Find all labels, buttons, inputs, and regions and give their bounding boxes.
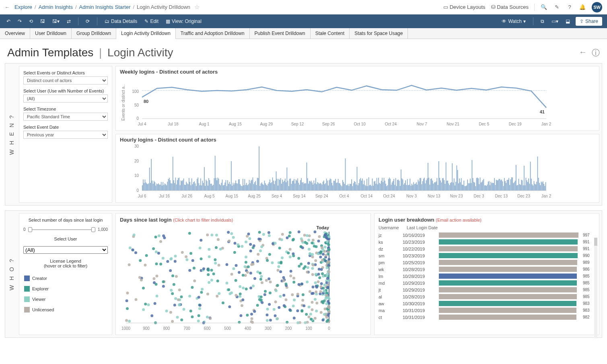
crumb-starter[interactable]: Admin Insights Starter <box>79 4 131 10</box>
edit-button[interactable]: ✎ Edit <box>143 18 160 25</box>
svg-rect-226 <box>325 183 326 191</box>
help-icon[interactable]: ? <box>566 4 573 10</box>
svg-point-742 <box>226 282 228 284</box>
breakdown-row[interactable]: ma10/31/2019983 <box>379 307 595 314</box>
watch-button[interactable]: 👁 Watch ▾ <box>500 18 527 25</box>
svg-rect-123 <box>233 183 234 191</box>
svg-rect-409 <box>490 185 490 191</box>
device-layouts-button[interactable]: ▭ Device Layouts <box>443 4 486 10</box>
legend-viewer[interactable]: Viewer <box>23 294 108 304</box>
undo-button[interactable]: ↶ <box>5 18 12 25</box>
search-icon[interactable]: 🔍 <box>540 4 547 10</box>
svg-rect-267 <box>362 179 363 191</box>
filter-user-select[interactable]: (All) <box>23 95 108 103</box>
filter-events-select[interactable]: Distinct count of actors <box>23 76 108 84</box>
hourly-bar-chart[interactable]: 0102030Jul 6Jul 16Jul 26Aug 5Aug 15Aug 2… <box>120 144 554 201</box>
filter-date-select[interactable]: Previous year <box>23 131 108 139</box>
connect-icon[interactable]: ⇄ <box>65 18 72 25</box>
svg-rect-147 <box>254 182 255 191</box>
tab-login-activity-drilldown[interactable]: Login Activity Drilldown <box>116 28 176 39</box>
legend-creator[interactable]: Creator <box>23 273 108 284</box>
page-title: Admin Templates | Login Activity <box>7 46 173 59</box>
svg-text:Nov 23: Nov 23 <box>450 194 463 198</box>
svg-rect-86 <box>200 185 200 191</box>
tab-traffic-and-adoption-drilldown[interactable]: Traffic and Adoption Drilldown <box>176 28 250 39</box>
breakdown-row[interactable]: wk10/28/2019986 <box>379 266 595 273</box>
svg-point-912 <box>325 254 327 257</box>
save-icon[interactable]: 🖫 <box>39 18 47 25</box>
svg-rect-175 <box>280 180 280 191</box>
svg-point-884 <box>253 245 255 247</box>
crumb-explore[interactable]: Explore <box>14 4 32 10</box>
new-icon[interactable]: ✎ <box>553 4 560 10</box>
tab-publish-event-drilldown[interactable]: Publish Event Drilldown <box>250 28 311 39</box>
save-as-icon[interactable]: 🖫▾ <box>51 18 61 25</box>
svg-point-958 <box>171 274 174 277</box>
breakdown-row[interactable]: jt10/29/2019985 <box>379 286 595 293</box>
avatar[interactable]: SW <box>592 2 602 12</box>
favorite-star-icon[interactable]: ☆ <box>194 4 200 11</box>
notifications-icon[interactable]: 🔔 <box>579 4 586 10</box>
breakdown-row[interactable]: jz10/16/2019997 <box>379 232 595 239</box>
filter-timezone-select[interactable]: Pacific Standard Time <box>23 113 108 121</box>
svg-text:500: 500 <box>224 326 231 331</box>
legend-unlicensed[interactable]: Unlicensed <box>23 304 108 315</box>
svg-rect-64 <box>180 185 181 191</box>
breakdown-row[interactable]: al10/28/2019985 <box>379 293 595 300</box>
svg-rect-199 <box>301 178 302 191</box>
svg-rect-208 <box>309 181 310 191</box>
info-icon[interactable]: ⓘ <box>592 47 600 58</box>
share-button[interactable]: ⇪ Share <box>576 17 602 26</box>
breakdown-row[interactable]: sm10/23/2019990 <box>379 252 595 259</box>
back-nav-icon[interactable]: ← <box>579 47 587 58</box>
download-icon[interactable]: ⬓ <box>564 18 572 25</box>
data-details-button[interactable]: 🗂 Data Details <box>103 18 139 25</box>
svg-point-898 <box>281 257 284 259</box>
breakdown-row[interactable]: md10/29/2019985 <box>379 280 595 286</box>
svg-point-623 <box>321 319 324 321</box>
breakdown-row[interactable]: ks10/23/2019991 <box>379 239 595 245</box>
breakdown-row[interactable]: aw10/30/2019983 <box>379 300 595 307</box>
svg-rect-408 <box>489 181 490 191</box>
breakdown-row[interactable]: pm10/25/2019989 <box>379 259 595 266</box>
breakdown-scrollbar[interactable] <box>594 238 597 338</box>
svg-point-587 <box>317 280 319 283</box>
svg-rect-29 <box>148 183 149 191</box>
svg-rect-224 <box>323 181 324 191</box>
refresh-icon[interactable]: ⟳ <box>84 18 91 25</box>
legend-explorer[interactable]: Explorer <box>23 284 108 294</box>
tab-overview[interactable]: Overview <box>0 28 30 39</box>
weekly-line-chart[interactable]: 050100Jul 4Jul 18Aug 1Aug 15Aug 29Sep 12… <box>120 76 554 129</box>
crumb-admin-insights[interactable]: Admin Insights <box>39 4 73 10</box>
svg-rect-163 <box>269 182 270 191</box>
tab-stats-for-space-usage[interactable]: Stats for Space Usage <box>350 28 408 39</box>
svg-point-733 <box>180 319 183 321</box>
svg-rect-157 <box>263 185 264 191</box>
data-sources-button[interactable]: ⛁ Data Sources <box>491 4 529 10</box>
svg-text:Jul 26: Jul 26 <box>181 194 192 198</box>
breakdown-row[interactable]: lm10/28/2019985 <box>379 273 595 280</box>
revert-button[interactable]: ⟲ <box>27 18 35 25</box>
svg-rect-202 <box>304 184 305 191</box>
back-arrow-icon[interactable]: ← <box>5 4 10 10</box>
svg-rect-291 <box>384 178 385 191</box>
scatter-chart[interactable]: Today10009008007006005004003002001000 <box>120 224 337 333</box>
breakdown-row[interactable]: ct10/31/2019982 <box>379 314 595 321</box>
tab-group-drilldown[interactable]: Group Drilldown <box>72 28 116 39</box>
present-icon[interactable]: ▭▾ <box>550 18 560 25</box>
svg-rect-96 <box>208 178 209 191</box>
tab-stale-content[interactable]: Stale Content <box>311 28 350 39</box>
view-button[interactable]: ▦ View: Original <box>164 18 203 25</box>
who-user-select[interactable]: (All) <box>23 246 108 254</box>
svg-point-924 <box>193 280 196 282</box>
svg-rect-185 <box>288 186 289 191</box>
metrics-icon[interactable]: ⧉ <box>539 18 546 25</box>
svg-point-916 <box>326 261 329 264</box>
days-slider[interactable]: 0 1,000 <box>23 227 108 232</box>
redo-button[interactable]: ↷ <box>16 18 23 25</box>
svg-point-1000 <box>189 310 192 313</box>
svg-rect-217 <box>317 182 318 191</box>
breakdown-row[interactable]: dz10/22/2019991 <box>379 245 595 252</box>
svg-rect-24 <box>144 183 144 191</box>
tab-user-drilldown[interactable]: User Drilldown <box>30 28 72 39</box>
